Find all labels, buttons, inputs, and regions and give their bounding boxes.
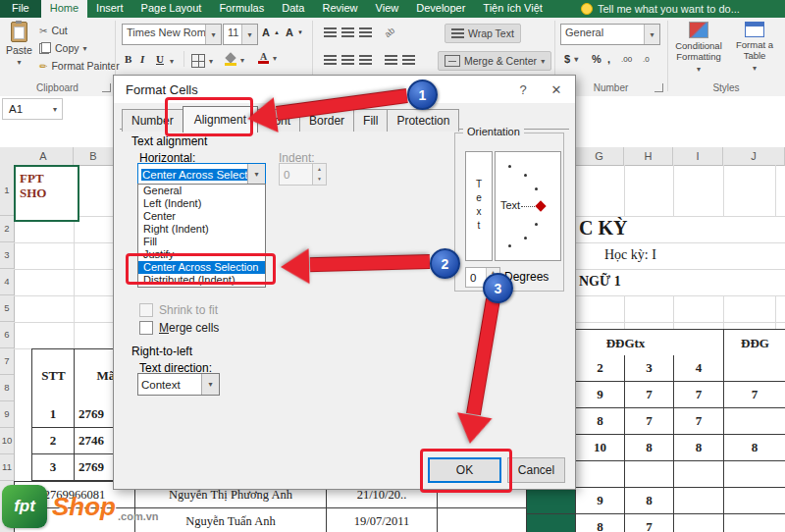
- chevron-down-icon[interactable]: ▾: [48, 105, 62, 114]
- dropdown-option[interactable]: Right (Indent): [138, 223, 265, 236]
- grow-font-button[interactable]: A▲: [262, 27, 280, 38]
- ribbon-tab[interactable]: Page Layout: [132, 0, 211, 18]
- column-header[interactable]: J: [723, 147, 785, 166]
- sheet-cell[interactable]: 8: [724, 435, 785, 461]
- row-header[interactable]: 9: [0, 401, 14, 428]
- horizontal-combo[interactable]: Center Across Selection ▾: [137, 163, 266, 186]
- orientation-dial[interactable]: Text: [495, 151, 561, 261]
- row-header[interactable]: 5: [0, 295, 14, 322]
- dropdown-option[interactable]: Left (Indent): [138, 197, 265, 210]
- spin-up-icon[interactable]: ▲: [313, 164, 326, 175]
- sheet-cell[interactable]: 2: [576, 355, 625, 382]
- cut-button[interactable]: ✂ Cut: [39, 25, 68, 36]
- sheet-cell[interactable]: 3: [32, 454, 75, 481]
- column-header[interactable]: G: [575, 147, 624, 166]
- shrink-to-fit-row[interactable]: Shrink to fit: [139, 303, 218, 317]
- dialog-close-button[interactable]: ✕: [540, 76, 573, 103]
- font-size-combo[interactable]: 11 ▾: [223, 24, 258, 45]
- underline-button[interactable]: U: [156, 53, 164, 65]
- sheet-cell[interactable]: 7: [674, 408, 724, 435]
- copy-button[interactable]: Copy ▾: [39, 42, 87, 54]
- select-all-corner[interactable]: [0, 147, 15, 166]
- sheet-cell[interactable]: [724, 355, 785, 382]
- sheet-cell[interactable]: Nguyễn Tuấn Anh: [135, 508, 327, 532]
- sheet-cell[interactable]: [674, 461, 724, 488]
- row-header[interactable]: 3: [0, 242, 14, 269]
- tell-me[interactable]: Tell me what you want to do...: [581, 0, 740, 18]
- underline-menu-icon[interactable]: ▾: [170, 57, 174, 66]
- sheet-subtitle2-text[interactable]: NGỮ 1: [579, 274, 621, 290]
- chevron-down-icon[interactable]: ▾: [205, 25, 221, 44]
- borders-button[interactable]: ▾: [191, 54, 213, 68]
- sheet-cell[interactable]: 7: [724, 382, 785, 408]
- sheet-subtitle-text[interactable]: Học kỳ: I: [604, 247, 656, 263]
- sheet-cell[interactable]: 19/07/2011: [327, 508, 438, 532]
- ribbon-tab[interactable]: Review: [313, 0, 366, 18]
- spin-down-icon[interactable]: ▼: [313, 175, 326, 186]
- sheet-cell[interactable]: 7: [625, 408, 674, 435]
- number-dialog-launcher-icon[interactable]: [654, 83, 663, 92]
- ribbon-tab[interactable]: Insert: [87, 0, 132, 18]
- sheet-cell[interactable]: 8: [625, 488, 674, 514]
- name-box[interactable]: A1 ▾: [2, 98, 63, 120]
- font-color-button[interactable]: A ▾: [258, 52, 277, 64]
- increase-decimal-button[interactable]: .00: [621, 55, 632, 64]
- number-format-combo[interactable]: General ▾: [560, 24, 660, 45]
- sheet-cell[interactable]: 1: [32, 401, 75, 428]
- sheet-cell[interactable]: [724, 461, 785, 488]
- orientation-icon[interactable]: ab: [383, 26, 396, 39]
- dropdown-option[interactable]: Center: [138, 210, 265, 223]
- sheet-title-text[interactable]: C KỲ: [579, 217, 627, 239]
- align-right-icon[interactable]: [359, 55, 372, 66]
- column-header[interactable]: I: [673, 147, 723, 166]
- align-center-icon[interactable]: [341, 55, 354, 66]
- sheet-cell[interactable]: 4: [674, 355, 724, 382]
- merge-center-button[interactable]: Merge & Center ▾: [438, 51, 551, 71]
- ribbon-tab[interactable]: Tiện ích Việt: [474, 0, 551, 18]
- row-header[interactable]: 7: [0, 348, 14, 375]
- sheet-cell[interactable]: [674, 488, 724, 514]
- ribbon-tab[interactable]: Developer: [407, 0, 474, 18]
- align-top-icon[interactable]: [324, 27, 337, 38]
- row-header[interactable]: 10: [0, 428, 14, 454]
- decrease-decimal-button[interactable]: .0: [643, 55, 650, 64]
- sheet-cell[interactable]: 10: [576, 435, 625, 461]
- sheet-cell[interactable]: 8: [625, 435, 674, 461]
- font-name-combo[interactable]: Times New Roma ▾: [122, 24, 222, 45]
- dial-handle-icon[interactable]: [535, 200, 546, 211]
- sheet-cell[interactable]: [576, 461, 625, 488]
- ribbon-tab[interactable]: Data: [273, 0, 313, 18]
- dialog-help-button[interactable]: ?: [506, 76, 540, 103]
- sheet-cell[interactable]: [724, 488, 785, 514]
- dropdown-option[interactable]: Fill: [138, 236, 265, 248]
- chevron-down-icon[interactable]: ▾: [241, 25, 257, 44]
- fill-color-button[interactable]: ▾: [225, 54, 244, 66]
- row-header[interactable]: 8: [0, 375, 14, 401]
- align-left-icon[interactable]: [324, 55, 337, 66]
- sheet-cell[interactable]: [625, 461, 674, 488]
- sheet-cell[interactable]: 9: [576, 488, 625, 514]
- row-header[interactable]: 1: [0, 165, 14, 216]
- chevron-down-icon[interactable]: ▾: [247, 164, 265, 185]
- format-as-table-button[interactable]: Format a Table ▾: [730, 22, 779, 74]
- sheet-cell[interactable]: [724, 408, 785, 435]
- chevron-down-icon[interactable]: ▾: [644, 25, 659, 44]
- sheet-cell[interactable]: [438, 508, 527, 532]
- orientation-vertical-text[interactable]: Text: [465, 151, 493, 261]
- increase-indent-icon[interactable]: [402, 55, 415, 66]
- ddg-header-cell[interactable]: ĐĐG: [723, 329, 785, 357]
- sheet-cell[interactable]: [724, 514, 785, 532]
- decrease-indent-icon[interactable]: [385, 55, 397, 66]
- sheet-cell[interactable]: 7: [674, 382, 724, 408]
- column-header[interactable]: A: [14, 147, 74, 166]
- merge-cells-checkbox[interactable]: [139, 321, 153, 335]
- align-middle-icon[interactable]: [341, 27, 354, 38]
- paste-button[interactable]: Paste ▾: [6, 22, 32, 67]
- sheet-cell[interactable]: 7: [625, 514, 674, 532]
- ribbon-tab[interactable]: View: [367, 0, 408, 18]
- tab-file[interactable]: File: [0, 0, 41, 18]
- row-header[interactable]: 2: [0, 216, 14, 242]
- text-direction-combo[interactable]: Context ▾: [137, 373, 220, 396]
- shrink-font-button[interactable]: A▼: [286, 27, 303, 38]
- row-header[interactable]: 11: [0, 454, 14, 481]
